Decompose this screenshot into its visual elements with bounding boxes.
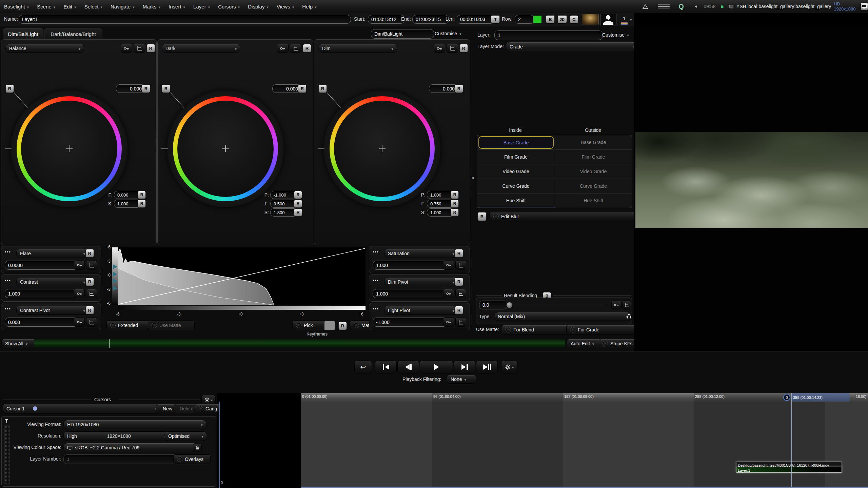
wheel-reset-button[interactable]: R	[318, 84, 327, 93]
grade-outside-film[interactable]: Film Grade	[555, 150, 632, 164]
param-value-field[interactable]: -1.000	[373, 318, 447, 327]
curve-button[interactable]	[455, 289, 466, 298]
value-reset-button[interactable]: R	[142, 84, 150, 93]
optimised-select[interactable]: Optimised	[164, 431, 207, 441]
warning-icon[interactable]	[643, 3, 648, 10]
timeline-playhead[interactable]	[791, 393, 792, 488]
param-reset[interactable]: R	[138, 200, 146, 208]
person-thumb[interactable]	[600, 14, 616, 25]
key-button[interactable]	[74, 261, 85, 270]
playback-filter-select[interactable]: None	[447, 375, 476, 384]
wheel-value-field[interactable]: 0.000	[116, 84, 145, 93]
strength-dots[interactable]: •••	[373, 250, 379, 255]
extended-toggle[interactable]: Extended	[106, 321, 150, 330]
playback-settings-button[interactable]	[501, 361, 517, 373]
end-input[interactable]: 01:00:23:15	[412, 15, 449, 24]
grade-inside-video[interactable]: Video Grade	[477, 164, 555, 179]
grade-outside-base[interactable]: Base Grade	[555, 135, 632, 149]
strength-dots[interactable]: •••	[5, 307, 11, 311]
edit-blur-toggle[interactable]: Edit Blur	[490, 212, 638, 221]
param-value-field[interactable]: 1.000	[373, 289, 447, 298]
row-input[interactable]: 2	[515, 15, 534, 24]
layer-badge-chevron[interactable]	[630, 16, 632, 22]
speaker-icon[interactable]	[695, 4, 699, 9]
menu-marks[interactable]: Marks	[139, 4, 164, 9]
menu-baselight[interactable]: Baselight	[0, 4, 33, 9]
cache-button[interactable]: C	[570, 15, 578, 23]
pick-color-swatch[interactable]	[324, 321, 335, 330]
key-button[interactable]	[611, 301, 622, 309]
param-value-field[interactable]: 0.000	[5, 318, 78, 327]
row-color-swatch[interactable]	[533, 15, 542, 24]
param-select[interactable]: Contrast Pivot	[16, 306, 89, 315]
overlays-toggle[interactable]: Overlays	[173, 454, 211, 464]
reset-button[interactable]: R	[85, 278, 94, 286]
strength-dots[interactable]: •••	[373, 278, 379, 283]
wheel-value-field[interactable]: 0.000	[429, 84, 458, 93]
keyframes-playhead[interactable]	[109, 339, 110, 348]
play-button[interactable]	[420, 361, 453, 373]
blur-button[interactable]: B	[546, 15, 555, 23]
wheel-reset-button[interactable]: R	[162, 84, 170, 93]
grade-outside-video[interactable]: Video Grade	[555, 164, 632, 179]
name-input[interactable]: Layer:1	[19, 15, 351, 24]
grade-outside-hue[interactable]: Hue Shift	[555, 194, 632, 207]
strength-dots[interactable]: •••	[373, 307, 379, 311]
curve-button[interactable]	[134, 44, 145, 53]
curve-button[interactable]	[622, 301, 631, 309]
blur-key-button[interactable]: B	[477, 212, 487, 221]
param-reset[interactable]: R	[294, 191, 302, 199]
grade-outside-curve[interactable]: Curve Grade	[555, 179, 632, 193]
key-button[interactable]	[443, 289, 454, 298]
timeline-hscroll[interactable]	[301, 487, 868, 488]
stereo-button[interactable]: 3D	[557, 15, 567, 23]
param-reset[interactable]: R	[138, 191, 146, 199]
cursors-settings-button[interactable]	[201, 395, 216, 404]
strip-name-field[interactable]: Dim/Bal/Light	[371, 29, 434, 39]
tab-dim-bal-light[interactable]: Dim/Bal/Light	[3, 28, 43, 39]
len-input[interactable]: 00:00:10:03	[457, 15, 495, 24]
tree-button[interactable]	[626, 313, 632, 320]
key-button[interactable]	[121, 44, 132, 53]
colour-space-lock-button[interactable]	[193, 443, 202, 452]
blend-slider-track[interactable]	[509, 305, 607, 305]
param-value-field[interactable]: 0.0000	[5, 261, 78, 270]
wheel-reset-button[interactable]: R	[5, 84, 14, 93]
menu-edit[interactable]: Edit	[59, 4, 80, 9]
goto-start-button[interactable]	[375, 361, 397, 373]
monitor-button[interactable]	[861, 2, 868, 11]
wheel-mode-select[interactable]: Dim	[318, 44, 397, 53]
undo-button[interactable]: ↩	[354, 361, 372, 373]
wheel-mode-select[interactable]: Balance	[5, 44, 84, 53]
layer-customise-button[interactable]: Customise	[599, 30, 638, 39]
strip-customise-button[interactable]: Customise	[431, 29, 475, 38]
tab-dark-balance-bright[interactable]: Dark/Balance/Bright	[44, 28, 102, 39]
grade-inside-film[interactable]: Film Grade	[477, 150, 555, 164]
reset-button[interactable]: R	[459, 44, 468, 53]
wheel-value-field[interactable]: 0.000	[272, 84, 301, 93]
curve-button[interactable]	[447, 44, 458, 53]
next-frame-button[interactable]	[454, 361, 475, 373]
param-select[interactable]: Saturation	[384, 249, 458, 258]
resolution-select[interactable]: High1920×1080	[63, 431, 169, 441]
key-button[interactable]	[277, 44, 289, 53]
goto-end-button[interactable]	[476, 361, 498, 373]
layer-number-field[interactable]: 1	[494, 30, 603, 40]
clip-layer-bar[interactable]: Layer:1	[736, 467, 842, 473]
menu-cursors[interactable]: Cursors	[214, 4, 244, 9]
menu-navigate[interactable]: Navigate	[106, 4, 139, 9]
start-input[interactable]: 01:00:13:12	[368, 15, 405, 24]
param-reset[interactable]: R	[294, 208, 302, 217]
value-reset-button[interactable]: R	[455, 84, 463, 93]
curve-button[interactable]	[455, 318, 466, 327]
param-select[interactable]: Dim Pivot	[384, 277, 458, 286]
menu-help[interactable]: Help	[298, 4, 320, 9]
pick-reset-button[interactable]: R	[338, 322, 347, 330]
layer-mode-select[interactable]: Grade	[506, 42, 639, 51]
reset-button[interactable]: R	[85, 249, 94, 258]
pin-icon[interactable]	[4, 419, 9, 424]
curve-button[interactable]	[455, 261, 466, 270]
reset-button[interactable]: R	[455, 249, 463, 258]
reset-button[interactable]: R	[455, 278, 463, 286]
keyframes-bar[interactable]	[34, 339, 566, 348]
